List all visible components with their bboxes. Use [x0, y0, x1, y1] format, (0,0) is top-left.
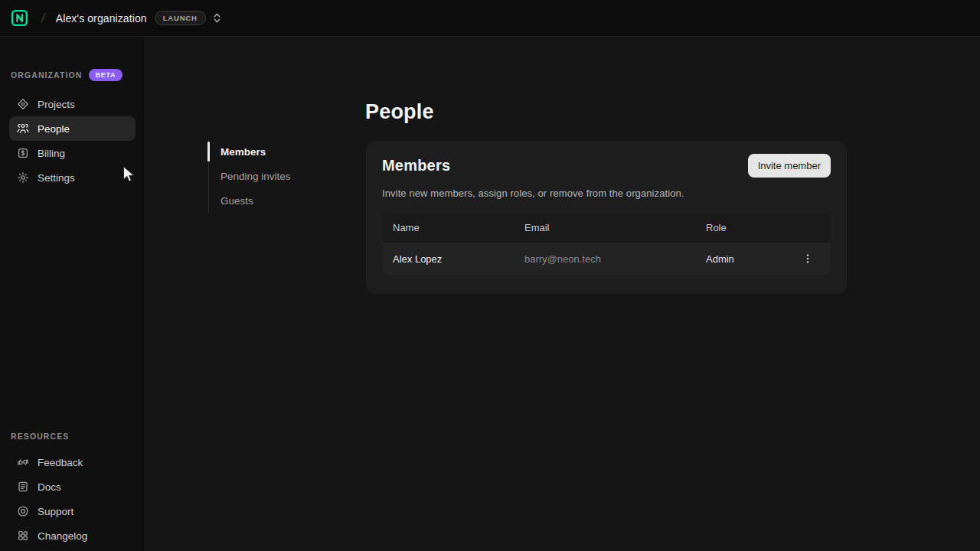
org-switcher-button[interactable] — [212, 11, 222, 24]
column-header-email: Email — [514, 222, 695, 233]
breadcrumb-separator: / — [41, 11, 47, 26]
members-card-description: Invite new members, assign roles, or rem… — [382, 187, 831, 199]
member-role: Admin — [695, 253, 797, 265]
sidebar-item-label: Settings — [38, 172, 75, 184]
sidebar-item-support[interactable]: Support — [9, 499, 136, 523]
member-email: barry@neon.tech — [514, 253, 695, 265]
row-actions-menu-button[interactable] — [797, 248, 818, 269]
projects-icon — [17, 98, 29, 110]
resources-section: RESOURCES Feedback Docs — [9, 432, 136, 548]
members-card-header: Members Invite member — [382, 154, 831, 178]
sidebar-item-label: People — [38, 123, 70, 135]
members-card: Members Invite member Invite new members… — [366, 141, 847, 294]
top-bar: / Alex's organization LAUNCH — [0, 0, 980, 37]
member-name: Alex Lopez — [382, 253, 514, 265]
sidebar-item-people[interactable]: People — [9, 116, 136, 141]
table-row: Alex Lopez barry@neon.tech Admin — [382, 243, 831, 275]
resources-label: RESOURCES — [11, 432, 69, 441]
sidebar: ORGANIZATION BETA Projects People — [0, 37, 145, 551]
neon-logo[interactable] — [9, 8, 29, 28]
support-icon — [17, 505, 29, 517]
docs-icon — [17, 481, 29, 493]
sidebar-item-changelog[interactable]: Changelog — [9, 523, 136, 548]
sidebar-item-label: Support — [38, 506, 74, 517]
settings-icon — [17, 171, 29, 184]
members-table-header: Name Email Role — [382, 212, 831, 243]
people-icon — [17, 122, 29, 135]
column-header-role: Role — [695, 222, 797, 233]
sidebar-item-label: Feedback — [38, 457, 83, 468]
subnav-item-pending-invites[interactable]: Pending invites — [209, 164, 350, 188]
sidebar-item-label: Billing — [38, 148, 65, 159]
sidebar-item-label: Projects — [38, 99, 75, 110]
sidebar-item-label: Changelog — [38, 530, 87, 542]
invite-member-button[interactable]: Invite member — [748, 154, 831, 178]
org-name[interactable]: Alex's organization — [56, 12, 147, 24]
billing-icon — [17, 147, 29, 159]
sidebar-item-feedback[interactable]: Feedback — [9, 450, 136, 474]
subnav-item-guests[interactable]: Guests — [209, 188, 350, 213]
sidebar-item-settings[interactable]: Settings — [9, 165, 136, 190]
feedback-icon — [17, 456, 29, 468]
organization-section-header: ORGANIZATION BETA — [11, 69, 136, 81]
resources-section-header: RESOURCES — [11, 432, 136, 441]
sidebar-item-billing[interactable]: Billing — [9, 141, 136, 165]
members-table: Name Email Role Alex Lopez barry@neon.te… — [382, 212, 831, 275]
chevron-up-down-icon — [212, 11, 222, 24]
plan-badge: LAUNCH — [155, 11, 206, 26]
subnav-item-members[interactable]: Members — [209, 139, 350, 164]
beta-badge: BETA — [89, 69, 123, 81]
page-title: People — [365, 100, 434, 124]
neon-logo-icon — [10, 8, 29, 28]
column-header-name: Name — [382, 222, 514, 233]
sidebar-item-projects[interactable]: Projects — [9, 92, 136, 116]
kebab-menu-icon — [802, 253, 813, 264]
main-content: People Members Pending invites Guests Me… — [146, 37, 980, 551]
organization-label: ORGANIZATION — [11, 70, 83, 80]
sidebar-item-label: Docs — [38, 481, 61, 493]
members-card-title: Members — [382, 157, 450, 174]
changelog-icon — [17, 530, 29, 542]
sidebar-item-docs[interactable]: Docs — [9, 474, 136, 499]
people-subnav: Members Pending invites Guests — [208, 139, 350, 213]
